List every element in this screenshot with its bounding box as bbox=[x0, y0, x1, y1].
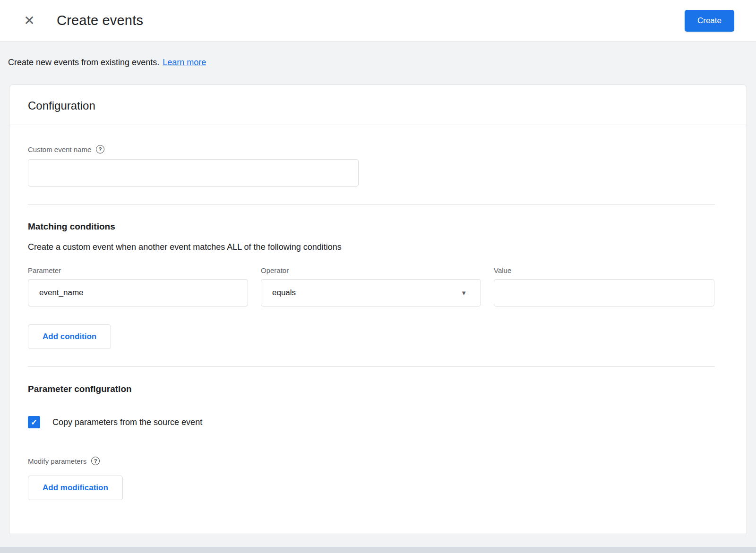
matching-conditions-title: Matching conditions bbox=[28, 221, 728, 232]
parameter-input[interactable] bbox=[28, 279, 248, 306]
add-modification-button[interactable]: Add modification bbox=[28, 476, 123, 500]
custom-event-name-label: Custom event name bbox=[28, 145, 91, 153]
card-body: Custom event name ? Matching conditions … bbox=[9, 125, 747, 500]
dialog-header: ✕ Create events Create bbox=[0, 0, 756, 42]
bottom-strip bbox=[0, 547, 756, 553]
intro-text: Create new events from existing events. bbox=[8, 58, 159, 67]
configuration-title: Configuration bbox=[28, 99, 728, 112]
page-title: Create events bbox=[57, 13, 143, 28]
divider bbox=[28, 204, 715, 204]
condition-row: Parameter Operator equals ▼ Value bbox=[28, 266, 714, 306]
intro-line: Create new events from existing events.L… bbox=[8, 58, 756, 68]
operator-column-label: Operator bbox=[261, 266, 481, 274]
value-column: Value bbox=[494, 266, 714, 306]
operator-select[interactable]: equals ▼ bbox=[261, 279, 481, 306]
create-button[interactable]: Create bbox=[685, 10, 734, 32]
parameter-configuration-title: Parameter configuration bbox=[28, 384, 728, 394]
parameter-column-label: Parameter bbox=[28, 266, 248, 274]
modify-parameters-label-row: Modify parameters ? bbox=[28, 457, 728, 465]
card-header: Configuration bbox=[9, 85, 747, 125]
custom-event-name-input[interactable] bbox=[28, 159, 359, 187]
operator-selected-value: equals bbox=[272, 288, 296, 298]
copy-parameters-label: Copy parameters from the source event bbox=[52, 417, 202, 427]
help-icon[interactable]: ? bbox=[96, 145, 104, 153]
learn-more-link[interactable]: Learn more bbox=[163, 58, 206, 67]
custom-event-name-label-row: Custom event name ? bbox=[28, 145, 728, 153]
divider bbox=[28, 366, 715, 367]
help-icon[interactable]: ? bbox=[91, 457, 100, 465]
value-input[interactable] bbox=[494, 279, 714, 306]
copy-parameters-checkbox[interactable]: ✓ bbox=[28, 416, 40, 428]
check-icon: ✓ bbox=[31, 418, 37, 426]
add-condition-button[interactable]: Add condition bbox=[28, 324, 111, 349]
close-icon[interactable]: ✕ bbox=[21, 14, 38, 27]
operator-column: Operator equals ▼ bbox=[261, 266, 481, 306]
parameter-column: Parameter bbox=[28, 266, 248, 306]
configuration-card: Configuration Custom event name ? Matchi… bbox=[9, 85, 747, 534]
matching-conditions-description: Create a custom event when another event… bbox=[28, 242, 728, 252]
copy-parameters-row[interactable]: ✓ Copy parameters from the source event bbox=[28, 416, 728, 428]
value-column-label: Value bbox=[494, 266, 714, 274]
modify-parameters-label: Modify parameters bbox=[28, 457, 86, 465]
chevron-down-icon: ▼ bbox=[461, 289, 467, 297]
